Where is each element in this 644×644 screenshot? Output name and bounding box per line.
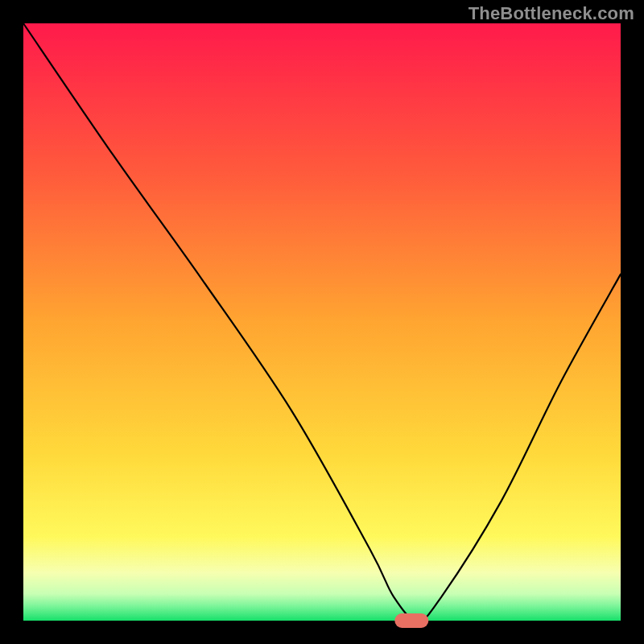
chart-container: TheBottleneck.com: [0, 0, 644, 644]
plot-background: [23, 23, 621, 621]
chart-svg: [0, 0, 644, 644]
optimal-marker: [394, 613, 428, 628]
watermark-text: TheBottleneck.com: [469, 3, 634, 24]
